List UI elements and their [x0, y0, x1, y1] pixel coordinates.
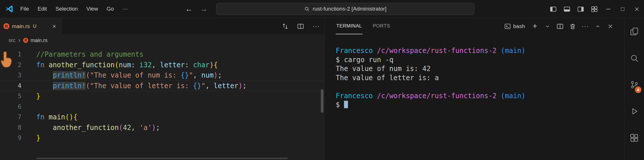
- terminal-profile-chevron-down-icon[interactable]: [543, 22, 552, 31]
- kill-terminal-trash-icon[interactable]: [568, 22, 577, 31]
- menu-view[interactable]: View: [82, 3, 102, 15]
- code-token: ;: [218, 71, 222, 79]
- code-line: 9}: [0, 133, 324, 143]
- new-terminal-icon[interactable]: +: [531, 22, 539, 31]
- editor-more-actions-icon[interactable]: ···: [312, 22, 320, 31]
- editor-horizontal-scrollbar[interactable]: [36, 158, 287, 159]
- code-token: :: [131, 61, 139, 69]
- terminal-text: Francesco: [336, 92, 373, 100]
- breadcrumb-file[interactable]: R main.rs: [23, 37, 47, 44]
- activity-source-control[interactable]: 4: [625, 71, 644, 98]
- code-line: 7fn main(){: [0, 112, 324, 123]
- code-token: letter: [160, 61, 185, 69]
- terminal-body[interactable]: Francesco /c/workspace/rust-functions-2 …: [325, 34, 624, 160]
- terminal-text: The value of letter is: a: [336, 74, 439, 82]
- code-text: println!("The value of letter is: {}", l…: [36, 81, 247, 91]
- terminal-text: (main): [501, 92, 526, 100]
- code-token: (: [86, 82, 90, 90]
- code-token: main: [49, 113, 65, 121]
- menu-file[interactable]: File: [16, 3, 33, 15]
- code-text: fn another_function(num: i32, letter: ch…: [36, 60, 218, 70]
- back-arrow-icon[interactable]: ←: [183, 0, 195, 18]
- code-token: 'a': [139, 124, 152, 132]
- code-token: fn: [36, 113, 49, 121]
- code-token: ;: [243, 82, 247, 90]
- terminal-line: The value of num is: 42: [336, 64, 624, 74]
- line-number: 6: [0, 102, 21, 112]
- activity-run-debug[interactable]: [625, 98, 644, 125]
- line-number: 7: [0, 112, 21, 123]
- minimize-button[interactable]: ─: [601, 0, 615, 18]
- rust-file-icon: R: [3, 23, 9, 29]
- split-terminal-icon[interactable]: [556, 22, 564, 31]
- menu-edit[interactable]: Edit: [33, 3, 51, 15]
- terminal-line: [336, 82, 624, 92]
- menu-selection[interactable]: Selection: [51, 3, 82, 15]
- tab-terminal[interactable]: TERMINAL: [336, 18, 363, 34]
- terminal-cursor: [344, 101, 348, 108]
- code-token: [36, 124, 53, 132]
- terminal-text: /c/workspace/rust-functions-2: [377, 92, 497, 100]
- code-editor[interactable]: 1//Parameters and arguments2fn another_f…: [0, 46, 324, 160]
- breadcrumb-file-label: main.rs: [31, 37, 47, 44]
- editor-vertical-scrollbar[interactable]: [321, 90, 323, 112]
- terminal-text: Francesco: [336, 47, 373, 55]
- code-token: another_function: [49, 61, 114, 69]
- workbench: R main.rs U ··· src › R: [0, 18, 644, 160]
- editor-actions: ···: [281, 18, 320, 34]
- shell-label: bash: [513, 23, 525, 29]
- breadcrumb-folder[interactable]: src: [9, 37, 15, 44]
- code-token: num: [201, 71, 214, 79]
- search-icon: [304, 6, 310, 12]
- panel-more-actions-icon[interactable]: ···: [581, 22, 589, 31]
- code-token: ): [69, 113, 73, 121]
- code-text: println!("The value of num is: {}", num)…: [36, 70, 222, 81]
- code-token: fn: [36, 61, 49, 69]
- code-token: "The value of num is:: [90, 71, 181, 79]
- customize-layout-icon[interactable]: [587, 0, 601, 18]
- toggle-panel-icon[interactable]: [560, 0, 574, 18]
- toggle-sidebar-icon[interactable]: [546, 0, 560, 18]
- close-panel-icon[interactable]: [606, 22, 615, 31]
- code-line: 3 println!("The value of num is: {}", nu…: [0, 70, 324, 81]
- code-token: ): [238, 82, 242, 90]
- window-close-button[interactable]: [630, 0, 644, 18]
- terminal-actions: bash + ···: [504, 18, 615, 34]
- toggle-secondary-sidebar-icon[interactable]: [574, 0, 587, 18]
- activity-search[interactable]: [625, 45, 644, 71]
- code-token: ): [152, 124, 156, 132]
- editor-tabbar: R main.rs U ···: [0, 18, 324, 34]
- command-center-search[interactable]: rust-functions-2 [Administrator]: [216, 3, 474, 15]
- tab-ports[interactable]: PORTS: [372, 18, 391, 34]
- terminal-text: [497, 47, 501, 55]
- code-token: i32: [139, 61, 152, 69]
- code-text: another_function(42, 'a');: [36, 123, 160, 133]
- activity-extensions[interactable]: [625, 125, 644, 151]
- code-line: 1//Parameters and arguments: [0, 49, 324, 60]
- activity-explorer[interactable]: [625, 18, 644, 45]
- code-token: {}: [181, 71, 189, 79]
- code-token: (: [65, 113, 69, 121]
- titlebar-actions: ─ □: [546, 0, 644, 18]
- code-line: 8 another_function(42, 'a');: [0, 123, 324, 133]
- maximize-panel-chevron-up-icon[interactable]: [593, 22, 602, 31]
- code-token: ": [189, 71, 193, 79]
- menu-go[interactable]: Go: [102, 3, 118, 15]
- code-text: //Parameters and arguments: [36, 49, 144, 60]
- search-text: rust-functions-2 [Administrator]: [313, 6, 387, 12]
- git-status-badge: U: [33, 23, 36, 29]
- terminal-shell-selector[interactable]: bash: [504, 23, 525, 30]
- forward-arrow-icon[interactable]: →: [198, 0, 210, 18]
- code-token: }: [36, 134, 40, 142]
- menu-overflow-icon[interactable]: ···: [118, 3, 132, 15]
- code-token: //Parameters and arguments: [36, 50, 144, 58]
- maximize-button[interactable]: □: [615, 0, 630, 18]
- tab-main-rs[interactable]: R main.rs U: [0, 18, 62, 34]
- menubar: File Edit Selection View Go ···: [16, 3, 132, 15]
- split-editor-icon[interactable]: [296, 22, 305, 31]
- compare-changes-icon[interactable]: [281, 22, 289, 31]
- code-token: "The value of letter is:: [90, 82, 193, 90]
- tab-close-icon[interactable]: [51, 23, 58, 30]
- rust-file-icon: R: [23, 38, 28, 43]
- line-number: 9: [0, 133, 21, 143]
